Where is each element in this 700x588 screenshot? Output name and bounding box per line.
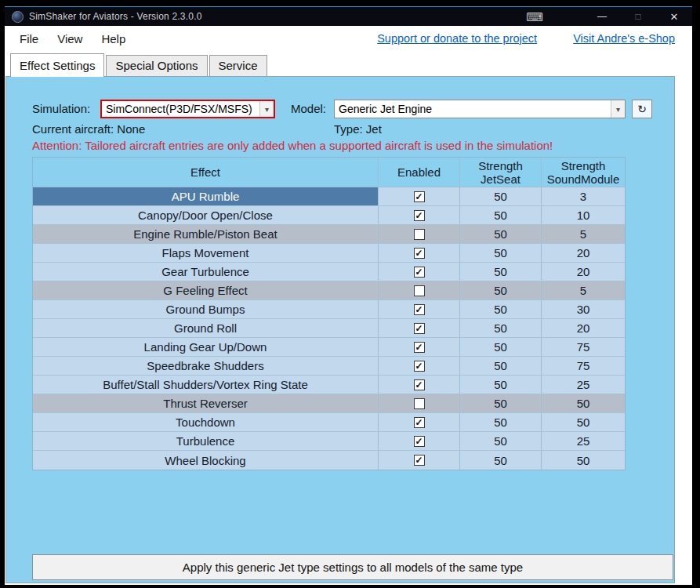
- strength-jetseat-cell[interactable]: 50: [460, 225, 542, 243]
- strength-soundmodule-cell[interactable]: 50: [542, 413, 625, 431]
- tab-special-options[interactable]: Special Options: [106, 55, 207, 76]
- app-window: SimShaker for Aviators - Version 2.3.0.0…: [5, 6, 692, 585]
- menu-help[interactable]: Help: [92, 28, 134, 49]
- support-donate-link[interactable]: Support or donate to the project: [377, 32, 537, 45]
- table-row: G Feeling Effect505: [33, 281, 625, 300]
- strength-jetseat-cell[interactable]: 50: [460, 206, 542, 224]
- strength-soundmodule-cell[interactable]: 50: [542, 394, 625, 412]
- effects-table-body: APU Rumble✓503Canopy/Door Open/Close✓501…: [33, 187, 625, 470]
- simulation-label: Simulation:: [32, 102, 90, 115]
- strength-jetseat-cell[interactable]: 50: [460, 187, 542, 205]
- refresh-models-button[interactable]: ↻: [632, 100, 652, 118]
- strength-jetseat-cell[interactable]: 50: [460, 413, 542, 431]
- enabled-cell: ✓: [379, 206, 460, 224]
- enabled-checkbox-checked[interactable]: ✓: [414, 342, 425, 353]
- enabled-checkbox-checked[interactable]: ✓: [414, 417, 425, 428]
- chevron-down-icon[interactable]: ▾: [611, 100, 625, 118]
- strength-jetseat-cell[interactable]: 50: [460, 394, 542, 412]
- strength-soundmodule-cell[interactable]: 20: [542, 244, 625, 262]
- enabled-checkbox-unchecked[interactable]: [414, 229, 425, 240]
- strength-jetseat-cell[interactable]: 50: [460, 432, 542, 450]
- effect-name-cell[interactable]: Turbulence: [33, 432, 379, 450]
- strength-jetseat-cell[interactable]: 50: [460, 376, 542, 394]
- enabled-checkbox-checked[interactable]: ✓: [414, 267, 425, 278]
- enabled-checkbox-checked[interactable]: ✓: [414, 304, 425, 315]
- strength-soundmodule-cell[interactable]: 3: [542, 187, 625, 205]
- effect-name-cell[interactable]: Wheel Blocking: [33, 451, 379, 470]
- enabled-checkbox-checked[interactable]: ✓: [414, 436, 425, 447]
- tab-effect-settings[interactable]: Effect Settings: [10, 53, 104, 77]
- strength-jetseat-cell[interactable]: 50: [460, 281, 542, 299]
- enabled-checkbox-checked[interactable]: ✓: [414, 379, 425, 390]
- effect-name-cell[interactable]: Speedbrake Shudders: [33, 357, 379, 375]
- chevron-down-icon[interactable]: ▾: [259, 101, 274, 117]
- strength-jetseat-cell[interactable]: 50: [460, 319, 542, 337]
- model-combobox-value: Generic Jet Engine: [335, 103, 611, 115]
- effect-settings-panel: Simulation: SimConnect(P3D/FSX/MSFS) ▾ M…: [5, 76, 675, 583]
- effect-name-cell[interactable]: Flaps Movement: [33, 244, 379, 262]
- maximize-button[interactable]: □: [620, 7, 656, 26]
- current-aircraft-text: Current aircraft: None: [32, 122, 145, 136]
- strength-soundmodule-cell[interactable]: 25: [542, 376, 625, 394]
- menu-file[interactable]: File: [11, 28, 47, 49]
- enabled-checkbox-unchecked[interactable]: [414, 285, 425, 296]
- close-button[interactable]: ✕: [656, 7, 692, 26]
- strength-soundmodule-cell[interactable]: 30: [542, 300, 625, 318]
- effect-name-cell[interactable]: G Feeling Effect: [33, 281, 379, 299]
- table-row: Speedbrake Shudders✓5075: [33, 357, 625, 376]
- table-row: Ground Roll✓5020: [33, 319, 625, 338]
- column-header-strength-jetseat[interactable]: Strength JetSeat: [460, 158, 542, 187]
- enabled-cell: [379, 225, 460, 243]
- strength-soundmodule-cell[interactable]: 75: [542, 357, 625, 375]
- refresh-icon: ↻: [637, 103, 647, 115]
- strength-soundmodule-cell[interactable]: 20: [542, 263, 625, 281]
- effect-name-cell[interactable]: Landing Gear Up/Down: [33, 338, 379, 356]
- table-row: Turbulence✓5025: [33, 432, 625, 451]
- eshop-link[interactable]: Visit Andre's e-Shop: [573, 32, 675, 45]
- strength-jetseat-cell[interactable]: 50: [460, 244, 542, 262]
- titlebar[interactable]: SimShaker for Aviators - Version 2.3.0.0…: [5, 7, 692, 26]
- effect-name-cell[interactable]: Ground Roll: [33, 319, 379, 337]
- strength-jetseat-cell[interactable]: 50: [460, 300, 542, 318]
- enabled-checkbox-checked[interactable]: ✓: [414, 323, 425, 334]
- enabled-checkbox-checked[interactable]: ✓: [414, 210, 425, 221]
- strength-soundmodule-cell[interactable]: 20: [542, 319, 625, 337]
- effect-name-cell[interactable]: Thrust Reverser: [33, 394, 379, 412]
- enabled-cell: [379, 281, 460, 299]
- tab-service[interactable]: Service: [209, 55, 267, 76]
- effect-name-cell[interactable]: APU Rumble: [33, 187, 379, 205]
- column-header-strength-soundmodule[interactable]: Strength SoundModule: [542, 158, 625, 187]
- tabstrip: Effect Settings Special Options Service: [5, 51, 692, 76]
- effect-name-cell[interactable]: Canopy/Door Open/Close: [33, 206, 379, 224]
- model-combobox[interactable]: Generic Jet Engine ▾: [334, 100, 626, 118]
- column-header-effect[interactable]: Effect: [33, 158, 379, 187]
- effects-table: Effect Enabled Strength JetSeat Strength…: [32, 157, 626, 470]
- enabled-checkbox-checked[interactable]: ✓: [414, 361, 425, 372]
- enabled-checkbox-checked[interactable]: ✓: [414, 191, 425, 202]
- touch-keyboard-icon[interactable]: ⌨: [526, 11, 543, 23]
- strength-soundmodule-cell[interactable]: 5: [542, 281, 625, 299]
- strength-soundmodule-cell[interactable]: 10: [542, 206, 625, 224]
- minimize-button[interactable]: —: [584, 7, 620, 26]
- enabled-checkbox-unchecked[interactable]: [414, 398, 425, 409]
- strength-soundmodule-cell[interactable]: 50: [542, 451, 625, 470]
- menu-view[interactable]: View: [49, 28, 91, 49]
- effect-name-cell[interactable]: Buffet/Stall Shudders/Vortex Ring State: [33, 376, 379, 394]
- strength-soundmodule-cell[interactable]: 25: [542, 432, 625, 450]
- simulation-combobox[interactable]: SimConnect(P3D/FSX/MSFS) ▾: [100, 100, 275, 118]
- column-header-enabled[interactable]: Enabled: [379, 158, 460, 187]
- strength-soundmodule-cell[interactable]: 5: [542, 225, 625, 243]
- strength-jetseat-cell[interactable]: 50: [460, 357, 542, 375]
- effect-name-cell[interactable]: Touchdown: [33, 413, 379, 431]
- apply-settings-button[interactable]: Apply this generic Jet type settings to …: [32, 554, 673, 580]
- enabled-checkbox-checked[interactable]: ✓: [414, 248, 425, 259]
- effect-name-cell[interactable]: Engine Rumble/Piston Beat: [33, 225, 379, 243]
- strength-jetseat-cell[interactable]: 50: [460, 338, 542, 356]
- strength-soundmodule-cell[interactable]: 75: [542, 338, 625, 356]
- effect-name-cell[interactable]: Ground Bumps: [33, 300, 379, 318]
- strength-jetseat-cell[interactable]: 50: [460, 263, 542, 281]
- table-row: Wheel Blocking✓5050: [33, 451, 625, 470]
- strength-jetseat-cell[interactable]: 50: [460, 451, 542, 470]
- enabled-checkbox-checked[interactable]: ✓: [414, 455, 425, 466]
- effect-name-cell[interactable]: Gear Turbulence: [33, 263, 379, 281]
